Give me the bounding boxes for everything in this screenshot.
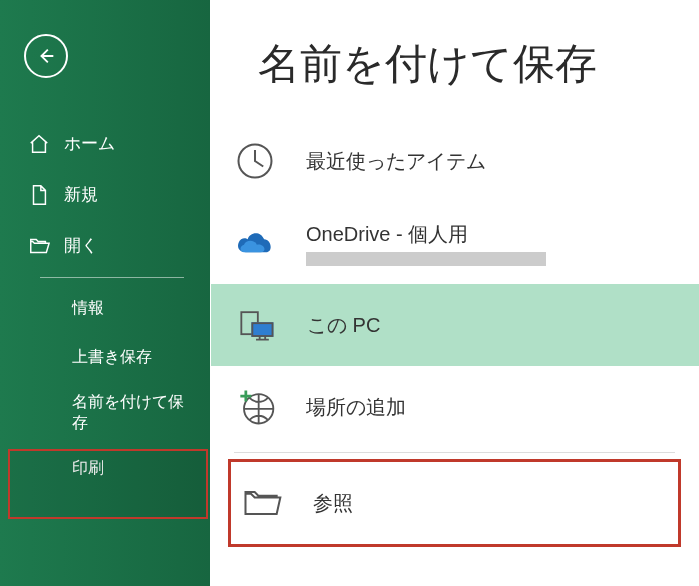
location-browse[interactable]: 参照 bbox=[235, 470, 674, 536]
document-icon bbox=[28, 184, 50, 206]
location-recent[interactable]: 最近使ったアイテム bbox=[210, 120, 699, 202]
nav-open[interactable]: 開く bbox=[0, 220, 210, 271]
location-list: 最近使ったアイテム OneDrive - 個人用 bbox=[210, 120, 699, 547]
nav-saveas-label: 名前を付けて保存 bbox=[72, 392, 194, 434]
back-button[interactable] bbox=[24, 34, 68, 78]
nav-print-label: 印刷 bbox=[72, 458, 104, 479]
nav-info-label: 情報 bbox=[72, 298, 104, 319]
nav-save-label: 上書き保存 bbox=[72, 347, 152, 368]
nav-home[interactable]: ホーム bbox=[0, 118, 210, 169]
nav-new-label: 新規 bbox=[64, 183, 98, 206]
pc-icon bbox=[233, 302, 279, 348]
page-title: 名前を付けて保存 bbox=[210, 36, 699, 92]
nav-home-label: ホーム bbox=[64, 132, 115, 155]
arrow-left-icon bbox=[35, 45, 57, 67]
nav-new[interactable]: 新規 bbox=[0, 169, 210, 220]
location-recent-label: 最近使ったアイテム bbox=[306, 148, 677, 175]
globe-plus-icon bbox=[232, 384, 278, 430]
backstage-main: 名前を付けて保存 最近使ったアイテム OneDrive - 個人用 bbox=[210, 0, 699, 586]
nav-info[interactable]: 情報 bbox=[0, 284, 210, 333]
location-divider bbox=[234, 452, 675, 453]
clock-icon bbox=[232, 138, 278, 184]
location-thispc-label: この PC bbox=[307, 312, 677, 339]
nav-open-label: 開く bbox=[64, 234, 98, 257]
location-onedrive-account-redacted bbox=[306, 252, 546, 266]
home-icon bbox=[28, 133, 50, 155]
location-onedrive-label: OneDrive - 個人用 bbox=[306, 221, 677, 248]
location-addplace-label: 場所の追加 bbox=[306, 394, 677, 421]
nav-saveas[interactable]: 名前を付けて保存 bbox=[0, 382, 210, 444]
location-addplace[interactable]: 場所の追加 bbox=[210, 366, 699, 448]
location-browse-label: 参照 bbox=[313, 490, 670, 517]
backstage-sidebar: ホーム 新規 開く 情報 上書き保存 名前を付けて保存 印刷 bbox=[0, 0, 210, 586]
cloud-icon bbox=[232, 220, 278, 266]
nav-save[interactable]: 上書き保存 bbox=[0, 333, 210, 382]
svg-rect-2 bbox=[252, 323, 272, 336]
folder-icon bbox=[239, 480, 285, 526]
nav-print[interactable]: 印刷 bbox=[0, 444, 210, 493]
location-onedrive[interactable]: OneDrive - 個人用 bbox=[210, 202, 699, 284]
annotation-browse-highlight: 参照 bbox=[228, 459, 681, 547]
sidebar-divider bbox=[40, 277, 184, 278]
folder-open-icon bbox=[28, 235, 50, 257]
location-thispc[interactable]: この PC bbox=[210, 284, 699, 366]
